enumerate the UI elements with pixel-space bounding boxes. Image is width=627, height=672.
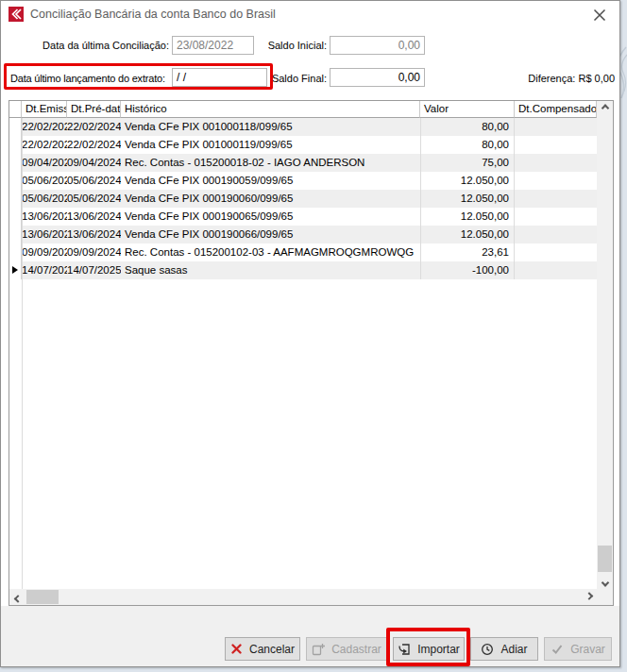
- cell-valor[interactable]: 12.050,00: [420, 172, 515, 190]
- cell-dt-emissao[interactable]: 05/06/2024: [22, 190, 67, 208]
- table-row[interactable]: 05/06/2024 05/06/2024 Venda CFe PIX 0001…: [9, 190, 597, 208]
- cell-historico[interactable]: Venda CFe PIX 001000118/099/65: [121, 118, 420, 136]
- red-chevrons-app-icon: [8, 7, 24, 22]
- row-selector-cell[interactable]: [9, 244, 22, 261]
- chevron-down-icon: [601, 579, 608, 586]
- scroll-left-button[interactable]: [9, 589, 25, 605]
- cell-dt-compensado[interactable]: [515, 226, 597, 244]
- cell-dt-pre-datado[interactable]: 22/02/2024: [67, 118, 121, 136]
- cell-dt-emissao[interactable]: 13/06/2024: [22, 226, 67, 244]
- cell-dt-pre-datado[interactable]: 05/06/2024: [67, 172, 121, 190]
- cell-valor[interactable]: 23,61: [420, 244, 515, 261]
- table-row[interactable]: 14/07/2025 14/07/2025 Saque sasas -100,0…: [9, 261, 597, 279]
- cell-valor[interactable]: 12.050,00: [420, 226, 515, 244]
- table-row[interactable]: 13/06/2024 13/06/2024 Venda CFe PIX 0001…: [9, 226, 597, 244]
- cell-historico[interactable]: Venda CFe PIX 000190059/099/65: [121, 172, 420, 190]
- cell-dt-emissao[interactable]: 14/07/2025: [22, 261, 67, 279]
- clock-icon: [481, 643, 494, 656]
- close-icon[interactable]: [592, 8, 607, 23]
- table-row[interactable]: 22/02/2024 22/02/2024 Venda CFe PIX 0010…: [9, 136, 597, 154]
- cell-valor[interactable]: 12.050,00: [420, 208, 515, 226]
- vertical-scrollbar[interactable]: [597, 101, 613, 589]
- row-selector-cell[interactable]: [9, 208, 22, 226]
- row-selector-cell[interactable]: [9, 226, 22, 244]
- cell-historico[interactable]: Rec. Contas - 015200102-03 - AAFMAGMROQG…: [121, 244, 420, 261]
- cell-dt-compensado[interactable]: [515, 208, 597, 226]
- column-header-historico[interactable]: Histórico: [121, 101, 420, 118]
- cell-dt-compensado[interactable]: [515, 154, 597, 172]
- cell-valor[interactable]: -100,00: [420, 261, 515, 279]
- scroll-up-button[interactable]: [597, 101, 613, 117]
- cell-historico[interactable]: Venda CFe PIX 001000119/099/65: [121, 136, 420, 154]
- cell-dt-emissao[interactable]: 09/04/2024: [22, 154, 67, 172]
- cancel-x-icon: [230, 643, 243, 655]
- save-button: Gravar: [544, 637, 612, 661]
- cancel-button[interactable]: Cancelar: [225, 637, 300, 661]
- cell-dt-compensado[interactable]: [515, 136, 597, 154]
- grid-header: Dt.Emissão Dt.Pré-datado Histórico Valor…: [9, 101, 597, 118]
- import-button[interactable]: Importar: [393, 637, 465, 661]
- row-selector-cell[interactable]: [9, 190, 22, 208]
- cell-valor[interactable]: 80,00: [420, 136, 515, 154]
- column-header-dt-emissao[interactable]: Dt.Emissão: [22, 101, 67, 118]
- cell-dt-pre-datado[interactable]: 13/06/2024: [67, 208, 121, 226]
- column-header-dt-compensado[interactable]: Dt.Compensado: [515, 101, 597, 118]
- cell-dt-compensado[interactable]: [515, 261, 597, 279]
- scroll-down-button[interactable]: [597, 573, 613, 589]
- cell-dt-compensado[interactable]: [515, 244, 597, 261]
- cell-dt-compensado[interactable]: [515, 118, 597, 136]
- register-button-label: Cadastrar: [331, 643, 381, 656]
- chevron-right-icon: [585, 592, 592, 599]
- cell-valor[interactable]: 75,00: [420, 154, 515, 172]
- horizontal-scrollbar-thumb[interactable]: [26, 590, 59, 604]
- cell-dt-pre-datado[interactable]: 05/06/2024: [67, 190, 121, 208]
- scroll-right-button[interactable]: [581, 589, 597, 605]
- row-selector-cell[interactable]: [9, 118, 22, 136]
- cell-historico[interactable]: Saque sasas: [121, 261, 420, 279]
- cell-valor[interactable]: 80,00: [420, 118, 515, 136]
- chevron-up-icon: [601, 104, 608, 111]
- cell-historico[interactable]: Venda CFe PIX 000190065/099/65: [121, 208, 420, 226]
- cell-dt-emissao[interactable]: 13/06/2024: [22, 208, 67, 226]
- cell-valor[interactable]: 12.050,00: [420, 190, 515, 208]
- cell-dt-pre-datado[interactable]: 13/06/2024: [67, 226, 121, 244]
- import-button-label: Importar: [417, 643, 460, 656]
- row-selector-header-cell: [9, 101, 22, 118]
- final-balance-input[interactable]: [330, 68, 425, 87]
- table-row[interactable]: 05/06/2024 05/06/2024 Venda CFe PIX 0001…: [9, 172, 597, 190]
- cell-historico[interactable]: Rec. Contas - 015200018-02 - IAGO ANDERS…: [121, 154, 420, 172]
- row-selector-cell[interactable]: [9, 172, 22, 190]
- column-header-dt-pre-datado[interactable]: Dt.Pré-datado: [67, 101, 121, 118]
- cell-dt-compensado[interactable]: [515, 172, 597, 190]
- cell-dt-pre-datado[interactable]: 22/02/2024: [67, 136, 121, 154]
- row-selector-cell[interactable]: [9, 154, 22, 172]
- table-row[interactable]: 13/06/2024 13/06/2024 Venda CFe PIX 0001…: [9, 208, 597, 226]
- cell-historico[interactable]: Venda CFe PIX 000190066/099/65: [121, 226, 420, 244]
- cell-dt-pre-datado[interactable]: 14/07/2025: [67, 261, 121, 279]
- vertical-scrollbar-thumb[interactable]: [598, 546, 612, 572]
- table-row[interactable]: 09/04/2024 09/04/2024 Rec. Contas - 0152…: [9, 154, 597, 172]
- cell-dt-emissao[interactable]: 05/06/2024: [22, 172, 67, 190]
- import-button-wrapper: Importar: [393, 637, 465, 661]
- postpone-button[interactable]: Adiar: [470, 637, 538, 661]
- cell-dt-pre-datado[interactable]: 09/09/2024: [67, 244, 121, 261]
- row-selector-cell[interactable]: [9, 261, 22, 279]
- cell-dt-compensado[interactable]: [515, 190, 597, 208]
- column-header-valor[interactable]: Valor: [420, 101, 515, 118]
- table-row[interactable]: 22/02/2024 22/02/2024 Venda CFe PIX 0010…: [9, 118, 597, 136]
- grid-body: 22/02/2024 22/02/2024 Venda CFe PIX 0010…: [9, 118, 597, 589]
- cell-dt-emissao[interactable]: 22/02/2024: [22, 136, 67, 154]
- difference-label: Diferença: R$ 0,00: [528, 73, 615, 84]
- title-bar[interactable]: Conciliação Bancária da conta Banco do B…: [1, 1, 619, 27]
- table-row[interactable]: 09/09/2024 09/09/2024 Rec. Contas - 0152…: [9, 244, 597, 261]
- scrollbar-corner: [597, 589, 613, 605]
- horizontal-scrollbar[interactable]: [9, 589, 597, 605]
- postpone-button-label: Adiar: [500, 643, 527, 656]
- row-selector-cell[interactable]: [9, 136, 22, 154]
- current-row-marker-icon: [12, 266, 18, 274]
- cell-dt-emissao[interactable]: 09/09/2024: [22, 244, 67, 261]
- dialog-window: Conciliação Bancária da conta Banco do B…: [0, 0, 620, 667]
- cell-historico[interactable]: Venda CFe PIX 000190060/099/65: [121, 190, 420, 208]
- cell-dt-pre-datado[interactable]: 09/04/2024: [67, 154, 121, 172]
- cell-dt-emissao[interactable]: 22/02/2024: [22, 118, 67, 136]
